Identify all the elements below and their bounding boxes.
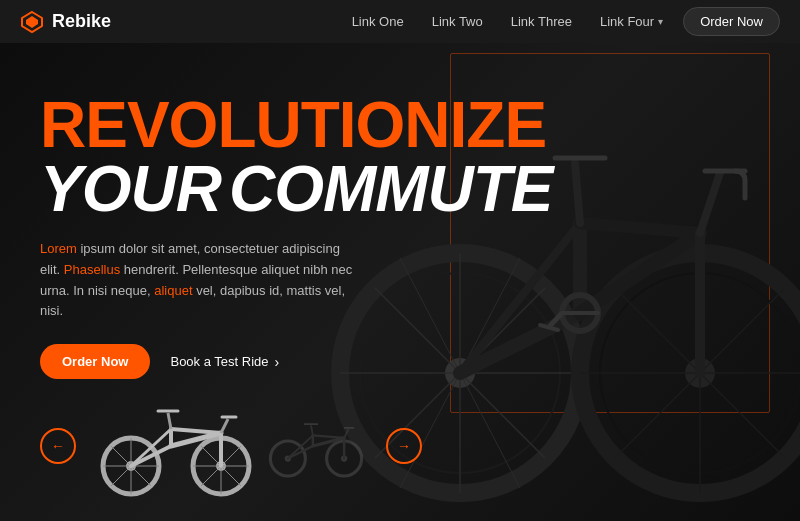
- desc-highlight-aliquet: aliquet: [154, 283, 192, 298]
- hero-carousel: ←: [40, 391, 422, 501]
- navbar: Rebike Link One Link Two Link Three Link…: [0, 0, 800, 43]
- hero-title-your: YOUR: [40, 157, 221, 221]
- svg-line-50: [168, 413, 171, 429]
- chevron-down-icon: ▾: [658, 16, 663, 27]
- nav-order-button[interactable]: Order Now: [683, 7, 780, 36]
- nav-links: Link One Link Two Link Three Link Four ▾: [352, 14, 664, 29]
- arrow-right-icon: ›: [275, 354, 280, 370]
- nav-link-4[interactable]: Link Four ▾: [600, 14, 663, 29]
- hero-section: REVOLUTIONIZE YOUR COMMUTE Lorem ipsum d…: [0, 43, 800, 521]
- hero-test-ride-button[interactable]: Book a Test Ride ›: [170, 354, 279, 370]
- desc-highlight-lorem: Lorem: [40, 241, 77, 256]
- svg-line-52: [221, 419, 228, 433]
- brand-icon: [20, 10, 44, 34]
- hero-order-button[interactable]: Order Now: [40, 344, 150, 379]
- svg-line-21: [580, 223, 700, 233]
- svg-line-66: [344, 429, 348, 438]
- carousel-prev-button[interactable]: ←: [40, 428, 76, 464]
- svg-line-64: [311, 425, 313, 435]
- hero-title-line2: YOUR COMMUTE: [40, 157, 460, 221]
- small-bike-1: [96, 391, 256, 501]
- nav-link-1[interactable]: Link One: [352, 14, 404, 29]
- nav-link-2[interactable]: Link Two: [432, 14, 483, 29]
- hero-description: Lorem ipsum dolor sit amet, consectetuer…: [40, 239, 360, 322]
- carousel-bikes: [96, 391, 366, 501]
- nav-link-3[interactable]: Link Three: [511, 14, 572, 29]
- svg-marker-1: [26, 16, 38, 28]
- hero-title-line1: REVOLUTIONIZE: [40, 93, 460, 157]
- brand-logo[interactable]: Rebike: [20, 10, 111, 34]
- hero-content: REVOLUTIONIZE YOUR COMMUTE Lorem ipsum d…: [40, 93, 460, 379]
- svg-line-26: [700, 173, 720, 233]
- brand-name: Rebike: [52, 11, 111, 32]
- carousel-next-button[interactable]: →: [386, 428, 422, 464]
- small-bike-2: [266, 391, 366, 501]
- svg-line-24: [575, 163, 580, 223]
- hero-title-commute: COMMUTE: [229, 157, 553, 221]
- desc-highlight-phasellus: Phasellus: [64, 262, 120, 277]
- svg-line-22: [580, 233, 700, 313]
- hero-actions: Order Now Book a Test Ride ›: [40, 344, 460, 379]
